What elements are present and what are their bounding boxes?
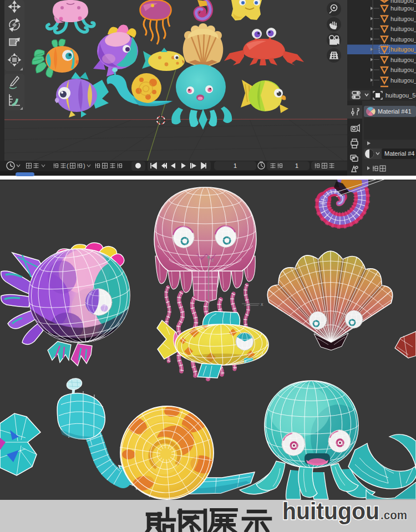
svg-text:huitugou_5: huitugou_5 — [390, 36, 416, 43]
svg-text:huitugou_5: huitugou_5 — [390, 77, 416, 84]
svg-text:huitugou_5: huitugou_5 — [390, 0, 416, 4]
svg-text:.com: .com — [381, 508, 407, 522]
svg-text:huitugou_5: huitugou_5 — [390, 46, 416, 53]
svg-text:huitugou_5: huitugou_5 — [390, 5, 416, 12]
svg-text:Material #41: Material #41 — [378, 108, 412, 115]
svg-text:huitugou_5: huitugou_5 — [390, 25, 416, 32]
svg-text:Material #4: Material #4 — [384, 150, 414, 157]
svg-text:huitugou: huitugou — [282, 498, 379, 524]
svg-text:huitugou_5: huitugou_5 — [390, 16, 416, 22]
svg-text:1: 1 — [295, 162, 298, 169]
svg-text:z: z — [211, 257, 214, 263]
svg-text:(: ( — [67, 162, 69, 169]
svg-text:x: x — [261, 301, 263, 307]
svg-text:): ) — [83, 162, 85, 169]
svg-text:huitugou_5: huitugou_5 — [390, 57, 416, 63]
svg-text:huitugou_5: huitugou_5 — [390, 66, 416, 73]
svg-text:huitugou_50: huitugou_50 — [385, 92, 416, 99]
svg-text:1: 1 — [234, 162, 237, 169]
